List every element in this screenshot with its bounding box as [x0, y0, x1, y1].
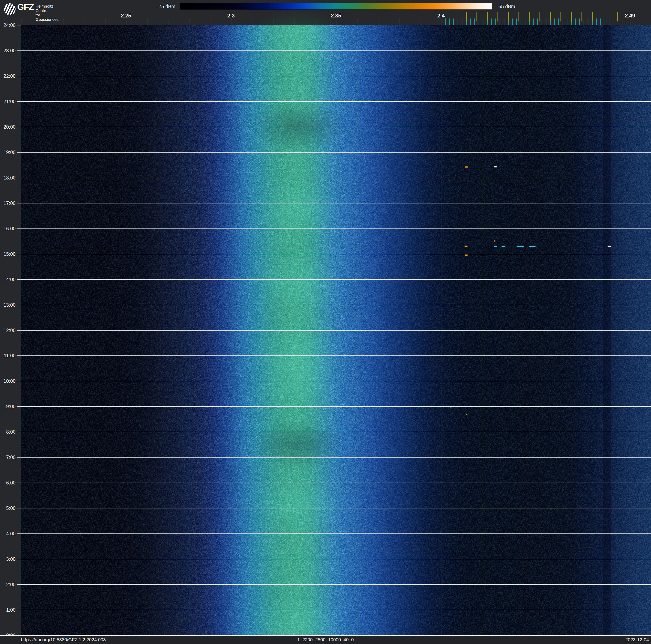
- ble-channel-tick: [454, 19, 454, 25]
- ble-channel-tick: [558, 19, 559, 25]
- hour-tick: [17, 279, 21, 280]
- colorbar-min-label: -75 dBm: [146, 4, 175, 9]
- hour-label: 8:00: [0, 429, 16, 435]
- wifi-channel-tick: [508, 12, 508, 22]
- date-label: 2023-12-04: [625, 637, 649, 643]
- hour-tick: [17, 610, 21, 610]
- hour-gridline: [21, 584, 651, 585]
- freq-tick: [210, 19, 210, 25]
- burst-event: [465, 246, 467, 247]
- wifi-channel-tick: [617, 12, 618, 22]
- freq-tick: [420, 19, 421, 25]
- wifi-channel-tick: [571, 12, 571, 22]
- hour-gridline: [21, 457, 651, 458]
- hour-label: 1:00: [0, 607, 16, 613]
- ble-channel-tick: [604, 19, 605, 25]
- wifi-channel-tick: [497, 12, 498, 22]
- hour-label: 9:00: [0, 404, 16, 409]
- hour-tick: [17, 559, 21, 559]
- freq-tick-label: 2.25: [121, 12, 131, 19]
- hour-label: 6:00: [0, 480, 16, 486]
- hour-label: 7:00: [0, 455, 16, 460]
- hour-tick: [17, 381, 21, 381]
- hour-gridline: [21, 101, 651, 102]
- hour-gridline: [21, 178, 651, 178]
- ble-channel-tick: [588, 19, 588, 25]
- hour-label: 11:00: [0, 353, 16, 358]
- ble-channel-tick: [517, 19, 517, 25]
- wifi-channel-tick: [466, 12, 467, 22]
- hour-label: 24:00: [0, 23, 16, 28]
- freq-tick: [105, 19, 105, 25]
- hour-tick: [17, 229, 21, 229]
- hour-label: 13:00: [0, 302, 16, 308]
- wifi-channel-tick: [592, 12, 593, 22]
- hour-tick: [17, 51, 21, 51]
- ble-channel-tick: [449, 19, 450, 25]
- ble-channel-tick: [563, 19, 563, 25]
- hour-tick: [17, 152, 21, 153]
- burst-event: [465, 167, 468, 168]
- hour-tick: [17, 178, 21, 178]
- hour-label: 18:00: [0, 175, 16, 180]
- ble-channel-tick: [567, 19, 567, 25]
- ble-channel-tick: [533, 19, 534, 25]
- band-dim-patch: [231, 409, 365, 480]
- wifi-channel-tick: [476, 12, 477, 22]
- hour-tick: [17, 584, 21, 585]
- ble-channel-tick: [525, 19, 525, 25]
- ble-channel-tick: [445, 19, 445, 25]
- ble-channel-tick: [470, 19, 471, 25]
- hour-gridline: [21, 229, 651, 229]
- hour-gridline: [21, 330, 651, 331]
- ble-channel-tick: [491, 19, 492, 25]
- ble-channel-tick: [546, 19, 547, 25]
- burst-event: [494, 246, 497, 247]
- ble-channel-tick: [474, 19, 475, 25]
- hour-label: 3:00: [0, 556, 16, 562]
- hour-tick: [17, 432, 21, 432]
- hour-gridline: [21, 508, 651, 508]
- band-bright-patch: [231, 168, 365, 248]
- hour-tick: [17, 533, 21, 534]
- freq-tick: [189, 19, 189, 25]
- ble-channel-tick: [521, 19, 521, 25]
- hour-label: 10:00: [0, 378, 16, 384]
- hour-tick: [17, 203, 21, 203]
- wifi-channel-tick: [560, 12, 561, 22]
- wifi-channel-tick: [539, 12, 540, 22]
- freq-tick-label: 2.4: [437, 12, 445, 19]
- hour-tick: [17, 76, 21, 76]
- hour-gridline: [21, 51, 651, 51]
- band-bright-patch: [231, 583, 365, 644]
- hour-label: 21:00: [0, 98, 16, 104]
- burst-event: [502, 246, 505, 247]
- freq-tick: [378, 19, 378, 25]
- ble-channel-tick: [478, 19, 479, 25]
- spectrogram-plot: [21, 25, 651, 635]
- hour-tick: [17, 355, 21, 356]
- ble-channel-tick: [504, 19, 504, 25]
- hour-gridline: [21, 305, 651, 305]
- gfz-brand: GFZ: [17, 2, 34, 12]
- ble-channel-tick: [512, 19, 513, 25]
- freq-tick: [168, 19, 168, 25]
- hour-tick: [17, 406, 21, 407]
- freq-tick-label: 2.49: [625, 12, 635, 19]
- freq-tick: [147, 19, 148, 25]
- hour-gridline: [21, 533, 651, 534]
- spectrogram-app: GFZ Helmholtz Centre for Geosciences -75…: [0, 0, 651, 644]
- gfz-subtitle: Helmholtz Centre for Geosciences: [35, 4, 59, 22]
- hour-gridline: [21, 254, 651, 254]
- ble-channel-tick: [600, 19, 601, 25]
- wifi-channel-tick: [487, 12, 488, 22]
- hour-tick: [17, 305, 21, 305]
- hour-tick: [17, 254, 21, 254]
- hour-gridline: [21, 203, 651, 203]
- hour-label: 19:00: [0, 149, 16, 155]
- ble-channel-tick: [495, 19, 496, 25]
- hour-label: 4:00: [0, 531, 16, 536]
- footer-bar: https://doi.org/10.5880/GFZ.1.2.2024.003…: [0, 636, 651, 644]
- band-bright-patch: [231, 0, 365, 75]
- hour-gridline: [21, 127, 651, 127]
